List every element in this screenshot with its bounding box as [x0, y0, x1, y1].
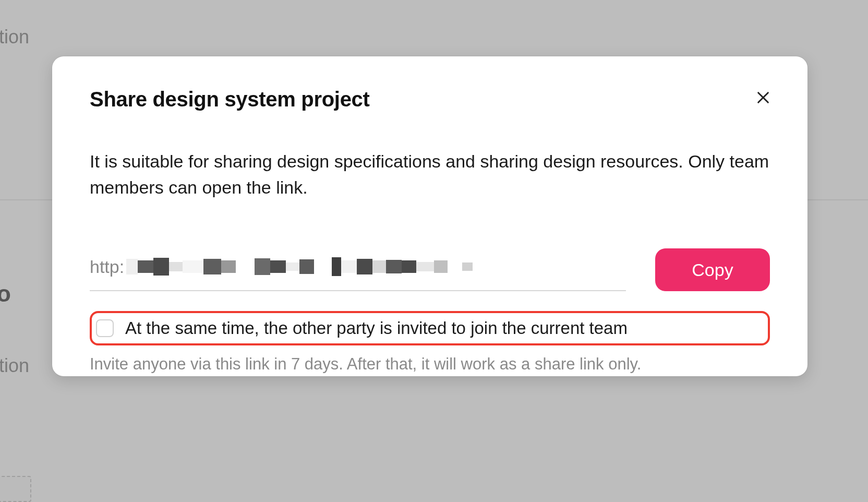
share-link-row: http: [90, 248, 770, 291]
close-icon [755, 89, 771, 106]
redacted-url [126, 256, 626, 277]
modal-description: It is suitable for sharing design specif… [90, 149, 770, 200]
invite-hint: Invite anyone via this link in 7 days. A… [90, 355, 770, 374]
modal-title: Share design system project [90, 88, 370, 111]
close-button[interactable] [752, 87, 774, 109]
modal-header: Share design system project [90, 88, 770, 111]
invite-checkbox[interactable] [96, 319, 114, 337]
link-prefix: http: [90, 257, 126, 277]
share-modal: Share design system project It is suitab… [52, 56, 807, 376]
share-link-input[interactable]: http: [90, 248, 626, 291]
copy-button[interactable]: Copy [655, 248, 770, 291]
invite-checkbox-label: At the same time, the other party is inv… [125, 318, 628, 338]
invite-checkbox-row: At the same time, the other party is inv… [90, 311, 770, 345]
